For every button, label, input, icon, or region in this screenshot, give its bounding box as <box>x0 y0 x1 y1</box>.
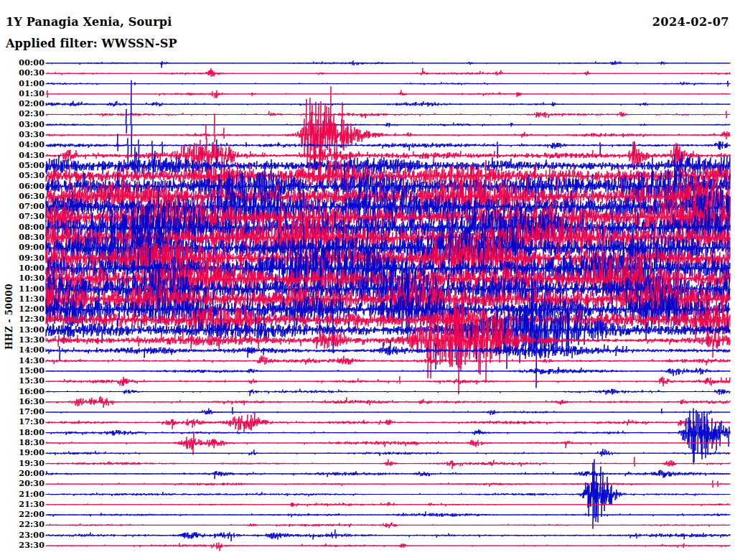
trace-row-16:00 <box>46 389 730 396</box>
trace-row-20:00 <box>46 470 730 480</box>
trace-row-22:30 <box>46 523 730 528</box>
trace-row-21:00 <box>46 459 730 529</box>
trace-row-16:30 <box>46 396 730 408</box>
trace-row-19:30 <box>46 457 730 469</box>
trace-row-22:00 <box>46 511 730 517</box>
trace-row-00:00 <box>46 61 730 68</box>
helicorder-plot <box>0 0 735 560</box>
trace-row-15:30 <box>46 376 730 386</box>
trace-row-15:00 <box>46 367 730 376</box>
trace-row-23:30 <box>46 543 730 551</box>
trace-row-19:00 <box>46 449 730 457</box>
trace-row-02:00 <box>46 101 730 107</box>
trace-row-17:00 <box>46 407 730 415</box>
trace-row-18:00 <box>46 409 730 465</box>
trace-row-01:30 <box>46 90 730 98</box>
trace-row-21:30 <box>46 502 730 507</box>
trace-row-17:30 <box>46 412 730 432</box>
trace-row-01:00 <box>46 81 730 87</box>
trace-row-20:30 <box>46 480 730 487</box>
trace-row-14:30 <box>46 355 730 365</box>
trace-row-02:30 <box>46 111 730 118</box>
helicorder-page: 1Y Panagia Xenia, Sourpi Applied filter:… <box>0 0 735 560</box>
trace-row-23:00 <box>46 530 730 541</box>
trace-row-00:30 <box>46 68 730 77</box>
